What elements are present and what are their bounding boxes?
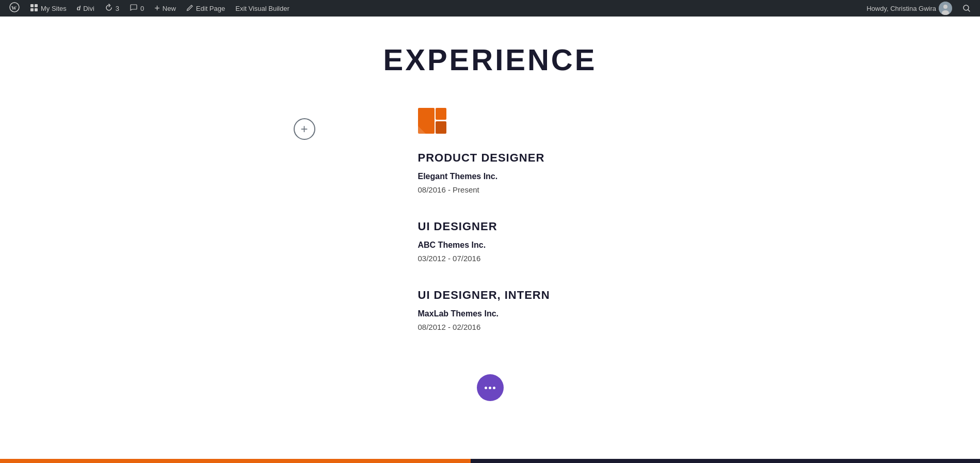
admin-bar-right: Howdy, Christina Gwira <box>861 0 976 17</box>
dates-1: 08/2016 - Present <box>418 185 779 194</box>
floating-options-button[interactable] <box>477 374 504 401</box>
company-1: Elegant Themes Inc. <box>418 172 779 181</box>
edit-icon <box>186 4 194 13</box>
dot-3 <box>493 387 495 389</box>
progress-remaining <box>471 459 980 463</box>
updates-menu[interactable]: 3 <box>100 0 124 17</box>
divi-icon: d <box>77 5 81 12</box>
wp-logo[interactable]: W <box>4 0 25 17</box>
svg-rect-3 <box>35 4 38 7</box>
howdy-label: Howdy, Christina Gwira <box>866 5 936 12</box>
job-title-3: UI DESIGNER, INTERN <box>418 289 779 302</box>
search-button[interactable] <box>957 0 976 17</box>
svg-point-7 <box>943 5 947 9</box>
swatch-svg <box>418 108 446 134</box>
job-title-2: UI DESIGNER <box>418 220 779 233</box>
avatar <box>939 2 952 15</box>
dates-2: 03/2012 - 07/2016 <box>418 254 779 263</box>
svg-rect-4 <box>30 8 34 11</box>
svg-rect-2 <box>30 4 34 7</box>
divi-menu[interactable]: d Divi <box>72 0 100 17</box>
comments-count: 0 <box>140 5 144 12</box>
edit-page-label: Edit Page <box>196 5 225 12</box>
experience-entry-2: UI DESIGNER ABC Themes Inc. 03/2012 - 07… <box>418 220 779 263</box>
company-2: ABC Themes Inc. <box>418 241 779 250</box>
updates-icon <box>105 4 113 13</box>
color-swatch-icon <box>418 108 779 136</box>
svg-line-10 <box>968 10 970 12</box>
wp-icon: W <box>9 2 20 15</box>
experience-entry-3: UI DESIGNER, INTERN MaxLab Themes Inc. 0… <box>418 289 779 331</box>
my-sites-icon <box>30 4 38 13</box>
progress-filled <box>0 459 471 463</box>
job-title-1: PRODUCT DESIGNER <box>418 151 779 165</box>
experience-entry-1: PRODUCT DESIGNER Elegant Themes Inc. 08/… <box>418 151 779 194</box>
comments-menu[interactable]: 0 <box>124 0 149 17</box>
svg-rect-13 <box>436 121 446 134</box>
dot-1 <box>485 387 487 389</box>
svg-text:W: W <box>11 5 17 10</box>
bottom-progress-bar <box>0 459 980 463</box>
add-section-button[interactable]: + <box>294 118 315 140</box>
divi-label: Divi <box>83 5 94 12</box>
exit-visual-builder-menu[interactable]: Exit Visual Builder <box>230 0 295 17</box>
add-icon: + <box>300 123 308 135</box>
exit-visual-builder-label: Exit Visual Builder <box>235 5 290 12</box>
howdy-menu[interactable]: Howdy, Christina Gwira <box>861 0 957 17</box>
updates-count: 3 <box>116 5 119 12</box>
admin-bar: W My Sites d Divi 3 <box>0 0 980 17</box>
left-column: + <box>201 108 408 357</box>
new-menu[interactable]: + New <box>149 0 181 17</box>
content-wrapper: + PRODUCT DESIGNER <box>181 108 800 357</box>
new-label: New <box>163 5 176 12</box>
my-sites-menu[interactable]: My Sites <box>25 0 72 17</box>
my-sites-label: My Sites <box>41 5 67 12</box>
edit-page-menu[interactable]: Edit Page <box>181 0 230 17</box>
svg-rect-12 <box>436 108 446 120</box>
dot-2 <box>489 387 491 389</box>
svg-rect-5 <box>35 8 38 11</box>
new-icon: + <box>154 3 160 14</box>
section-title: EXPERIENCE <box>0 37 980 77</box>
comments-icon <box>130 4 138 13</box>
company-3: MaxLab Themes Inc. <box>418 309 779 318</box>
dates-3: 08/2012 - 02/2016 <box>418 323 779 331</box>
right-column: PRODUCT DESIGNER Elegant Themes Inc. 08/… <box>408 108 779 357</box>
